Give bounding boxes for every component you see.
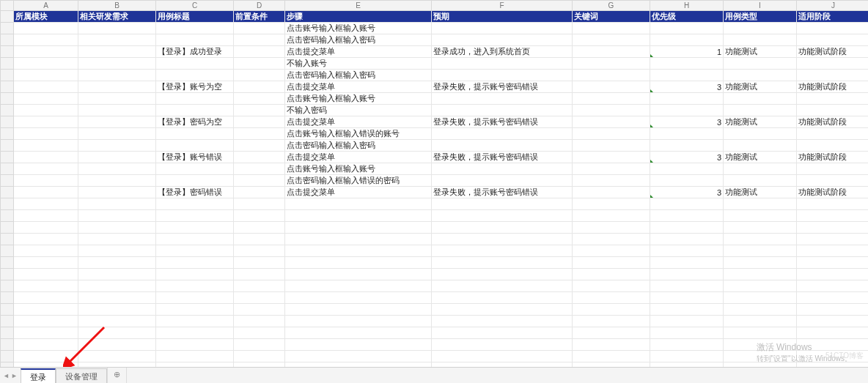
cell[interactable] [234, 175, 285, 187]
cell-type[interactable] [724, 58, 797, 70]
cell[interactable] [156, 316, 234, 327]
cell[interactable] [78, 304, 156, 316]
cell-priority[interactable]: 3 [650, 116, 724, 128]
cell[interactable] [14, 46, 78, 58]
row-header[interactable] [1, 58, 14, 70]
cell[interactable] [650, 269, 724, 280]
cell[interactable] [797, 316, 869, 327]
cell[interactable] [432, 234, 573, 245]
cell[interactable] [285, 210, 432, 222]
row-header[interactable] [1, 128, 14, 140]
cell[interactable] [797, 269, 869, 280]
cell[interactable] [650, 257, 724, 269]
cell[interactable] [234, 140, 285, 152]
cell-type[interactable] [724, 163, 797, 175]
row-header[interactable] [1, 11, 14, 23]
cell[interactable] [234, 23, 285, 34]
cell[interactable] [650, 234, 724, 245]
cell[interactable] [234, 339, 285, 351]
cell[interactable] [432, 198, 573, 210]
cell[interactable] [724, 234, 797, 245]
cell[interactable] [573, 105, 650, 116]
cell-title[interactable] [156, 93, 234, 105]
cell[interactable] [650, 351, 724, 362]
row-header[interactable] [1, 116, 14, 128]
cell[interactable] [285, 234, 432, 245]
cell[interactable] [14, 234, 78, 245]
row-header[interactable] [1, 163, 14, 175]
cell[interactable] [650, 245, 724, 257]
cell[interactable] [797, 198, 869, 210]
cell[interactable] [573, 81, 650, 93]
cell[interactable] [78, 128, 156, 140]
cell-expect[interactable] [432, 34, 573, 46]
cell[interactable] [234, 58, 285, 70]
cell[interactable] [156, 257, 234, 269]
cell[interactable] [573, 128, 650, 140]
cell-title[interactable] [156, 58, 234, 70]
row-header[interactable] [1, 105, 14, 116]
cell[interactable] [234, 81, 285, 93]
cell[interactable] [234, 304, 285, 316]
cell-stage[interactable] [797, 128, 869, 140]
header-cell-D[interactable]: 前置条件 [234, 11, 285, 23]
cell[interactable] [156, 222, 234, 234]
cell[interactable] [14, 163, 78, 175]
cell-type[interactable]: 功能测试 [724, 46, 797, 58]
cell[interactable] [156, 245, 234, 257]
cell-step[interactable]: 点击提交菜单 [285, 152, 432, 163]
header-cell-C[interactable]: 用例标题 [156, 11, 234, 23]
cell-step[interactable]: 点击账号输入框输入账号 [285, 163, 432, 175]
cell[interactable] [14, 198, 78, 210]
cell[interactable] [156, 339, 234, 351]
cell[interactable] [724, 327, 797, 339]
cell[interactable] [573, 292, 650, 304]
cell-title[interactable] [156, 128, 234, 140]
row-header[interactable] [1, 46, 14, 58]
cell[interactable] [285, 339, 432, 351]
col-header-C[interactable]: C [156, 1, 234, 11]
header-cell-I[interactable]: 用例类型 [724, 11, 797, 23]
cell[interactable] [234, 46, 285, 58]
cell[interactable] [650, 316, 724, 327]
cell[interactable] [724, 198, 797, 210]
cell-type[interactable]: 功能测试 [724, 187, 797, 198]
cell[interactable] [78, 187, 156, 198]
cell-stage[interactable] [797, 58, 869, 70]
cell[interactable] [14, 304, 78, 316]
cell[interactable] [573, 175, 650, 187]
cell[interactable] [797, 280, 869, 292]
cell[interactable] [432, 292, 573, 304]
cell-title[interactable] [156, 163, 234, 175]
cell[interactable] [724, 210, 797, 222]
cell-type[interactable] [724, 105, 797, 116]
cell-stage[interactable]: 功能测试阶段 [797, 46, 869, 58]
cell[interactable] [724, 304, 797, 316]
cell-expect[interactable]: 登录失败，提示账号密码错误 [432, 81, 573, 93]
cell[interactable] [14, 351, 78, 362]
cell-priority[interactable]: 3 [650, 152, 724, 163]
cell-expect[interactable] [432, 128, 573, 140]
header-cell-G[interactable]: 关键词 [573, 11, 650, 23]
cell-step[interactable]: 点击密码输入框输入密码 [285, 70, 432, 81]
cell-title[interactable]: 【登录】密码错误 [156, 187, 234, 198]
cell-expect[interactable]: 登录失败，提示账号密码错误 [432, 116, 573, 128]
cell[interactable] [573, 93, 650, 105]
cell-priority[interactable] [650, 163, 724, 175]
cell[interactable] [78, 327, 156, 339]
cell[interactable] [78, 175, 156, 187]
cell-type[interactable] [724, 93, 797, 105]
cell-step[interactable]: 不输入账号 [285, 58, 432, 70]
cell[interactable] [724, 245, 797, 257]
cell[interactable] [156, 198, 234, 210]
cell-priority[interactable] [650, 70, 724, 81]
row-header[interactable] [1, 351, 14, 362]
sheet-tab-device[interactable]: 设备管理 [56, 368, 107, 383]
cell[interactable] [14, 269, 78, 280]
cell[interactable] [234, 70, 285, 81]
cell[interactable] [156, 351, 234, 362]
sheet-tab-login[interactable]: 登录 [21, 368, 56, 383]
cell[interactable] [78, 257, 156, 269]
cell-priority[interactable]: 1 [650, 46, 724, 58]
add-sheet-button[interactable]: ⊕ [107, 368, 127, 383]
